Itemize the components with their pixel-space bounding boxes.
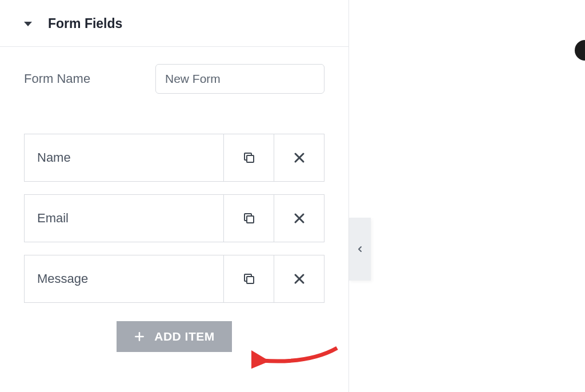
add-item-label: ADD ITEM <box>154 330 215 343</box>
remove-button[interactable] <box>274 195 324 242</box>
duplicate-button[interactable] <box>223 195 274 242</box>
svg-rect-3 <box>247 216 254 223</box>
collapse-panel-tab[interactable] <box>349 218 371 281</box>
section-title: Form Fields <box>48 16 122 31</box>
chevron-left-icon <box>355 245 364 254</box>
form-editor-panel: Form Fields Form Name Name Email <box>0 0 349 392</box>
field-item-label: Email <box>25 195 223 242</box>
duplicate-button[interactable] <box>223 134 274 181</box>
plus-icon <box>134 331 145 342</box>
copy-icon <box>242 151 256 165</box>
close-icon <box>292 211 306 225</box>
add-item-wrap: ADD ITEM <box>24 315 324 352</box>
close-icon <box>292 272 306 286</box>
remove-button[interactable] <box>274 134 324 181</box>
chevron-down-icon <box>24 22 32 26</box>
field-item-label: Message <box>25 255 223 302</box>
close-icon <box>292 151 306 165</box>
edge-circle <box>575 40 585 61</box>
copy-icon <box>242 272 256 286</box>
field-item[interactable]: Email <box>24 194 324 242</box>
remove-button[interactable] <box>274 255 324 302</box>
copy-icon <box>242 211 256 225</box>
duplicate-button[interactable] <box>223 255 274 302</box>
svg-rect-6 <box>247 277 254 283</box>
section-header[interactable]: Form Fields <box>0 0 348 47</box>
field-item-label: Name <box>25 134 223 181</box>
svg-rect-0 <box>247 155 254 162</box>
add-item-button[interactable]: ADD ITEM <box>117 321 232 352</box>
form-name-label: Form Name <box>24 71 155 86</box>
field-items-list: Name Email <box>0 94 348 352</box>
field-item[interactable]: Name <box>24 134 324 182</box>
form-name-input[interactable] <box>155 64 324 94</box>
field-item[interactable]: Message <box>24 255 324 303</box>
form-name-row: Form Name <box>0 47 348 94</box>
